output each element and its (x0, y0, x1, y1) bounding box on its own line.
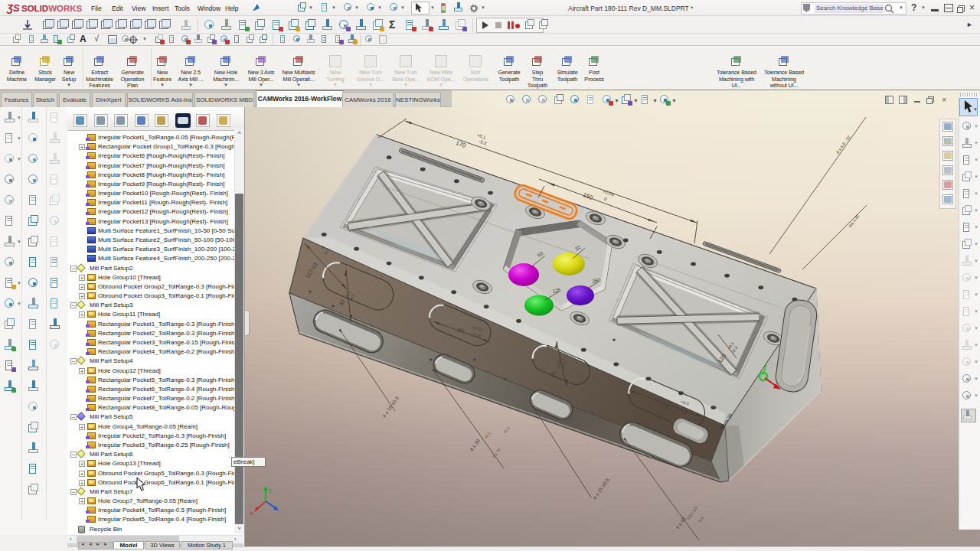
svg-text:R4 x 45: R4 x 45 (848, 214, 860, 228)
svg-text:ƷS: ƷS (6, 2, 20, 14)
svg-text:4 x 25 ±0.5: 4 x 25 ±0.5 (592, 477, 610, 500)
svg-text:4 x 30: 4 x 30 (469, 438, 481, 452)
svg-text:+0.1: +0.1 (502, 425, 511, 435)
svg-text:170: 170 (455, 139, 467, 149)
svg-text:SOLIDWORKS: SOLIDWORKS (21, 4, 83, 13)
svg-text:0 x 70: 0 x 70 (492, 447, 501, 458)
svg-text:x: x (250, 510, 253, 516)
svg-text:8 x 6.8 - 32: 8 x 6.8 - 32 (835, 135, 851, 155)
svg-text:-0.9: -0.9 (697, 515, 704, 523)
svg-text:0: 0 (603, 197, 608, 202)
svg-text:150: 150 (582, 191, 594, 201)
svg-text:+0.1: +0.1 (483, 431, 492, 440)
svg-text:+0.05: +0.05 (603, 189, 616, 197)
svg-text:y: y (269, 487, 272, 494)
svg-text:4 x 10 ±0.5: 4 x 10 ±0.5 (381, 395, 400, 419)
svg-text:-0.3 x 110: -0.3 x 110 (685, 505, 699, 522)
svg-text:-0.2: -0.2 (479, 139, 488, 146)
